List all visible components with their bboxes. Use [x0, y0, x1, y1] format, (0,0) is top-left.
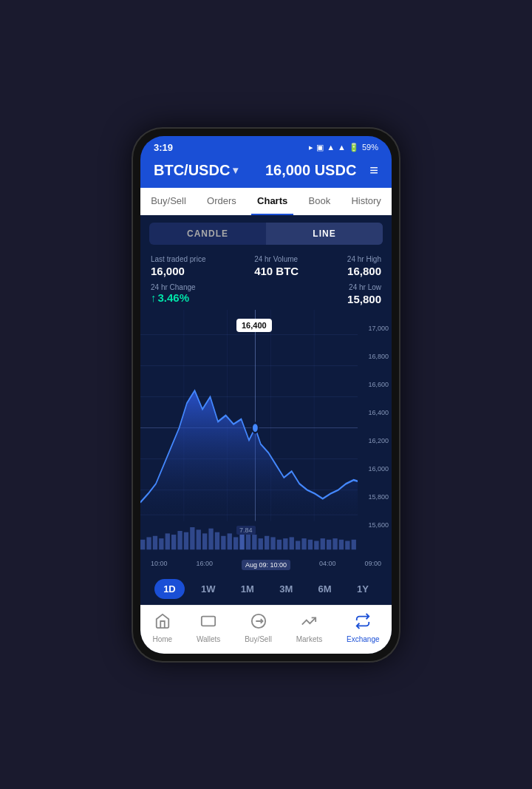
high-value: 16,800	[347, 265, 381, 277]
svg-rect-38	[290, 537, 294, 549]
menu-icon[interactable]: ≡	[369, 162, 378, 179]
buysell-label: Buy/Sell	[245, 635, 272, 643]
buysell-icon	[250, 613, 267, 633]
svg-rect-21	[184, 532, 188, 549]
svg-rect-37	[283, 538, 287, 549]
battery-icon: 🔋	[349, 143, 359, 152]
price-tooltip: 16,400	[236, 319, 272, 332]
y-label-1: 16,800	[358, 353, 389, 360]
low-stat: 24 hr Low 15,800	[347, 283, 381, 305]
time-4: 09:00	[364, 560, 381, 570]
svg-rect-17	[159, 538, 163, 549]
markets-label: Markets	[296, 635, 323, 643]
nav-exchange[interactable]: Exchange	[347, 613, 379, 643]
svg-rect-41	[308, 539, 313, 549]
volume-stat: 24 hr Volume 410 BTC	[254, 255, 299, 277]
current-price: 16,000 USDC	[265, 162, 356, 179]
wifi-icon: ▲	[327, 143, 335, 152]
time-0: 10:00	[151, 560, 168, 570]
home-label: Home	[152, 635, 172, 643]
period-1d[interactable]: 1D	[154, 579, 185, 599]
arrow-up-icon: ↑	[151, 291, 157, 304]
status-bar: 3:19 ▸ ▣ ▲ ▲ 🔋 59%	[140, 136, 392, 158]
nav-wallets[interactable]: Wallets	[197, 613, 220, 643]
signal-icon: ▣	[316, 143, 324, 152]
period-selector: 1D 1W 1M 3M 6M 1Y	[140, 573, 392, 605]
svg-rect-25	[208, 528, 213, 549]
candle-toggle[interactable]: CANDLE	[149, 223, 266, 245]
pair-label: BTC/USDC	[154, 162, 230, 179]
svg-rect-49	[202, 616, 215, 626]
chart-toggle: CANDLE LINE	[149, 223, 383, 245]
time-axis: 10:00 16:00 Aug 09: 10:00 04:00 09:00	[140, 558, 392, 573]
tab-orders[interactable]: Orders	[201, 188, 242, 215]
exchange-label: Exchange	[347, 635, 379, 643]
svg-rect-42	[314, 541, 318, 549]
tab-buy-sell[interactable]: Buy/Sell	[145, 188, 192, 215]
chart-svg-area: 16,400 7.84	[140, 310, 358, 558]
svg-rect-46	[339, 539, 344, 549]
stats-row-1: Last traded price 16,000 24 hr Volume 41…	[140, 251, 392, 282]
svg-rect-34	[265, 535, 269, 549]
tab-history[interactable]: History	[345, 188, 386, 215]
svg-rect-14	[140, 539, 145, 549]
svg-rect-18	[166, 533, 170, 549]
phone-screen: 3:19 ▸ ▣ ▲ ▲ 🔋 59% BTC/USDC ▾ 16,000 USD…	[140, 136, 392, 654]
nav-markets[interactable]: Markets	[296, 613, 323, 643]
line-toggle[interactable]: LINE	[266, 223, 383, 245]
svg-rect-28	[228, 533, 232, 549]
tab-book[interactable]: Book	[303, 188, 337, 215]
wallets-icon	[200, 613, 216, 633]
svg-rect-33	[259, 538, 263, 549]
period-3m[interactable]: 3M	[270, 579, 301, 599]
svg-rect-36	[277, 539, 282, 549]
nav-buysell[interactable]: Buy/Sell	[245, 613, 272, 643]
y-label-4: 16,200	[358, 437, 389, 444]
svg-rect-23	[197, 529, 201, 549]
period-1w[interactable]: 1W	[192, 579, 225, 599]
y-axis: 17,000 16,800 16,600 16,400 16,200 16,00…	[358, 310, 392, 558]
svg-rect-24	[202, 533, 207, 549]
time-3: 04:00	[319, 560, 336, 570]
battery-pct: 59%	[362, 143, 378, 152]
trading-pair[interactable]: BTC/USDC ▾	[154, 162, 238, 179]
bottom-nav: Home Wallets Buy/Sell	[140, 605, 392, 654]
header: BTC/USDC ▾ 16,000 USDC ≡	[140, 158, 392, 188]
volume-tooltip: 7.84	[236, 526, 256, 535]
svg-rect-15	[146, 537, 151, 549]
svg-rect-43	[321, 538, 325, 549]
period-1m[interactable]: 1M	[232, 579, 263, 599]
period-6m[interactable]: 6M	[310, 579, 341, 599]
volume-value: 410 BTC	[254, 265, 299, 277]
phone-frame: 3:19 ▸ ▣ ▲ ▲ 🔋 59% BTC/USDC ▾ 16,000 USD…	[133, 129, 399, 661]
line-chart-svg	[140, 310, 358, 558]
svg-rect-20	[177, 531, 182, 549]
svg-rect-35	[270, 537, 275, 549]
price-chart[interactable]: 16,400 7.84 17,000 16,800 16,600 16,400 …	[140, 310, 392, 558]
svg-rect-45	[332, 538, 337, 549]
svg-rect-39	[296, 541, 300, 549]
y-label-3: 16,400	[358, 409, 389, 416]
network-icon: ▲	[338, 143, 346, 152]
change-label: 24 hr Change	[151, 283, 196, 291]
nav-tabs: Buy/Sell Orders Charts Book History	[140, 188, 392, 215]
svg-rect-22	[190, 527, 194, 549]
y-label-2: 16,600	[358, 381, 389, 388]
status-time: 3:19	[154, 142, 173, 153]
change-value: ↑ 3.46%	[151, 291, 196, 304]
stats-row-2: 24 hr Change ↑ 3.46% 24 hr Low 15,800	[140, 282, 392, 310]
svg-rect-19	[171, 535, 176, 549]
time-1: 16:00	[196, 560, 213, 570]
period-1y[interactable]: 1Y	[348, 579, 378, 599]
low-value: 15,800	[347, 293, 381, 305]
last-price-value: 16,000	[151, 265, 206, 277]
svg-rect-32	[252, 535, 256, 549]
high-label: 24 hr High	[347, 255, 381, 263]
tab-charts[interactable]: Charts	[251, 188, 293, 215]
change-pct: 3.46%	[158, 291, 190, 304]
svg-rect-26	[215, 532, 219, 549]
nav-home[interactable]: Home	[152, 613, 172, 643]
wallets-label: Wallets	[197, 635, 220, 643]
chart-area: CANDLE LINE Last traded price 16,000 24 …	[140, 215, 392, 605]
y-label-0: 17,000	[358, 325, 389, 332]
